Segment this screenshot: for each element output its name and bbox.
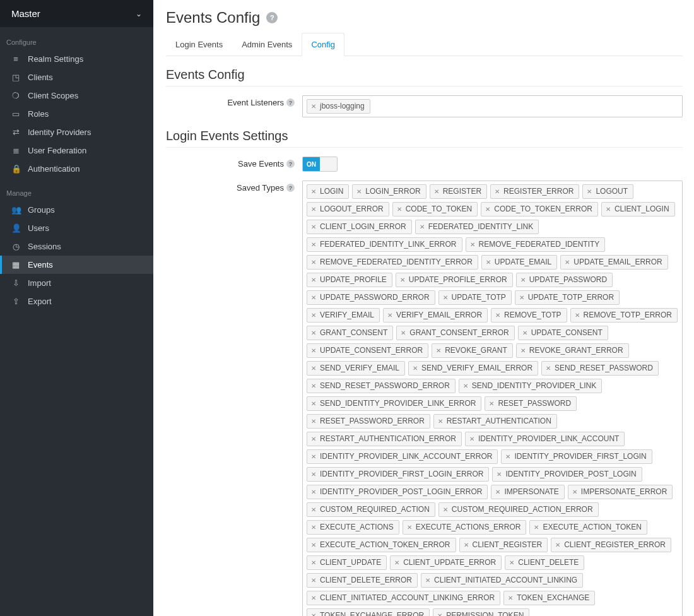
tag[interactable]: ✕REVOKE_GRANT_ERROR [516,343,629,358]
tag[interactable]: ✕REVOKE_GRANT [432,343,513,358]
remove-tag-icon[interactable]: ✕ [311,381,316,391]
remove-tag-icon[interactable]: ✕ [486,258,491,267]
remove-tag-icon[interactable]: ✕ [489,399,494,408]
realm-selector[interactable]: Master ⌄ [0,0,153,27]
sidebar-item-events[interactable]: ▦Events [0,256,153,274]
tag[interactable]: ✕FEDERATED_IDENTITY_LINK_ERROR [307,237,462,252]
remove-tag-icon[interactable]: ✕ [534,523,539,532]
remove-tag-icon[interactable]: ✕ [572,487,577,497]
tag[interactable]: ✕SEND_RESET_PASSWORD_ERROR [307,379,456,393]
remove-tag-icon[interactable]: ✕ [311,222,316,232]
remove-tag-icon[interactable]: ✕ [436,346,441,355]
tag[interactable]: ✕CLIENT_UPDATE_ERROR [390,555,502,570]
tag[interactable]: ✕REGISTER [430,184,487,199]
tag[interactable]: ✕UPDATE_TOTP_ERROR [515,290,620,305]
remove-tag-icon[interactable]: ✕ [606,204,611,214]
tag[interactable]: ✕LOGOUT [582,184,633,199]
remove-tag-icon[interactable]: ✕ [520,275,526,285]
tag[interactable]: ✕UPDATE_PASSWORD_ERROR [307,290,435,305]
tag[interactable]: ✕RESET_PASSWORD [485,396,577,411]
remove-tag-icon[interactable]: ✕ [555,540,560,550]
sidebar-item-groups[interactable]: 👥Groups [0,201,153,219]
remove-tag-icon[interactable]: ✕ [311,275,316,285]
remove-tag-icon[interactable]: ✕ [485,204,490,214]
tag[interactable]: ✕EXECUTE_ACTIONS [307,520,399,535]
tag[interactable]: ✕CUSTOM_REQUIRED_ACTION_ERROR [438,502,599,517]
tag[interactable]: ✕LOGIN_ERROR [352,184,426,199]
tag[interactable]: ✕LOGOUT_ERROR [307,202,389,216]
tag[interactable]: ✕IDENTITY_PROVIDER_POST_LOGIN [492,467,642,482]
sidebar-item-sessions[interactable]: ◷Sessions [0,237,153,256]
tag[interactable]: ✕RESTART_AUTHENTICATION_ERROR [307,432,462,446]
remove-tag-icon[interactable]: ✕ [401,328,406,338]
remove-tag-icon[interactable]: ✕ [311,204,316,214]
remove-tag-icon[interactable]: ✕ [425,576,430,585]
sidebar-item-realm-settings[interactable]: ≡Realm Settings [0,50,153,68]
tag[interactable]: ✕IMPERSONATE [491,485,564,499]
remove-tag-icon[interactable]: ✕ [387,311,392,320]
tag[interactable]: ✕jboss-logging [307,99,370,114]
remove-tag-icon[interactable]: ✕ [311,505,316,514]
remove-tag-icon[interactable]: ✕ [437,611,442,616]
tag[interactable]: ✕CODE_TO_TOKEN_ERROR [481,202,598,216]
tag[interactable]: ✕EXECUTE_ACTION_TOKEN_ERROR [307,538,456,552]
tag[interactable]: ✕EXECUTE_ACTIONS_ERROR [403,520,527,535]
tag[interactable]: ✕RESET_PASSWORD_ERROR [307,414,430,429]
remove-tag-icon[interactable]: ✕ [470,240,475,249]
tag[interactable]: ✕IMPERSONATE_ERROR [568,485,673,499]
remove-tag-icon[interactable]: ✕ [311,311,316,320]
remove-tag-icon[interactable]: ✕ [565,258,570,267]
help-icon[interactable]: ? [266,12,278,23]
tag[interactable]: ✕RESTART_AUTHENTICATION [433,414,557,429]
tab-admin-events[interactable]: Admin Events [232,33,302,56]
remove-tag-icon[interactable]: ✕ [397,204,402,214]
tag[interactable]: ✕UPDATE_CONSENT [518,326,608,340]
remove-tag-icon[interactable]: ✕ [505,452,510,461]
remove-tag-icon[interactable]: ✕ [311,293,316,302]
tag[interactable]: ✕IDENTITY_PROVIDER_FIRST_LOGIN [501,449,652,464]
tag[interactable]: ✕REMOVE_FEDERATED_IDENTITY [466,237,606,252]
remove-tag-icon[interactable]: ✕ [587,187,592,196]
remove-tag-icon[interactable]: ✕ [311,346,316,355]
tag[interactable]: ✕VERIFY_EMAIL_ERROR [383,308,488,323]
sidebar-item-users[interactable]: 👤Users [0,219,153,237]
remove-tag-icon[interactable]: ✕ [311,487,316,497]
sidebar-item-clients[interactable]: ◳Clients [0,68,153,86]
remove-tag-icon[interactable]: ✕ [438,417,443,426]
sidebar-item-roles[interactable]: ▭Roles [0,105,153,123]
tag[interactable]: ✕LOGIN [307,184,349,199]
remove-tag-icon[interactable]: ✕ [443,505,448,514]
remove-tag-icon[interactable]: ✕ [311,258,316,267]
remove-tag-icon[interactable]: ✕ [356,187,362,196]
tag[interactable]: ✕GRANT_CONSENT [307,326,393,340]
tag[interactable]: ✕CUSTOM_REQUIRED_ACTION [307,502,435,517]
tag[interactable]: ✕PERMISSION_TOKEN [433,608,529,616]
tag[interactable]: ✕UPDATE_TOTP [438,290,512,305]
tag[interactable]: ✕CODE_TO_TOKEN [392,202,478,216]
tag[interactable]: ✕GRANT_CONSENT_ERROR [396,326,514,340]
tag[interactable]: ✕IDENTITY_PROVIDER_POST_LOGIN_ERROR [307,485,488,499]
remove-tag-icon[interactable]: ✕ [508,593,513,603]
remove-tag-icon[interactable]: ✕ [311,434,316,444]
remove-tag-icon[interactable]: ✕ [522,328,527,338]
remove-tag-icon[interactable]: ✕ [311,102,316,111]
remove-tag-icon[interactable]: ✕ [443,293,448,302]
tag[interactable]: ✕CLIENT_DELETE [505,555,584,570]
remove-tag-icon[interactable]: ✕ [495,487,500,497]
save-events-toggle[interactable]: ON OFF [302,157,338,172]
tag[interactable]: ✕IDENTITY_PROVIDER_LINK_ACCOUNT [465,432,625,446]
tag[interactable]: ✕UPDATE_PASSWORD [516,273,613,287]
tag[interactable]: ✕CLIENT_LOGIN_ERROR [307,220,412,234]
remove-tag-icon[interactable]: ✕ [311,452,316,461]
tag[interactable]: ✕REMOVE_TOTP_ERROR [570,308,678,323]
sidebar-item-export[interactable]: ⇧Export [0,292,153,311]
event-listeners-input[interactable]: ✕jboss-logging [302,95,683,117]
sidebar-item-user-federation[interactable]: ≣User Federation [0,141,153,160]
tooltip-icon[interactable]: ? [286,160,295,168]
remove-tag-icon[interactable]: ✕ [546,364,551,373]
tag[interactable]: ✕UPDATE_PROFILE_ERROR [396,273,513,287]
tag[interactable]: ✕EXECUTE_ACTION_TOKEN [529,520,647,535]
tab-config[interactable]: Config [302,33,344,56]
tag[interactable]: ✕REMOVE_TOTP [491,308,567,323]
remove-tag-icon[interactable]: ✕ [311,540,316,550]
